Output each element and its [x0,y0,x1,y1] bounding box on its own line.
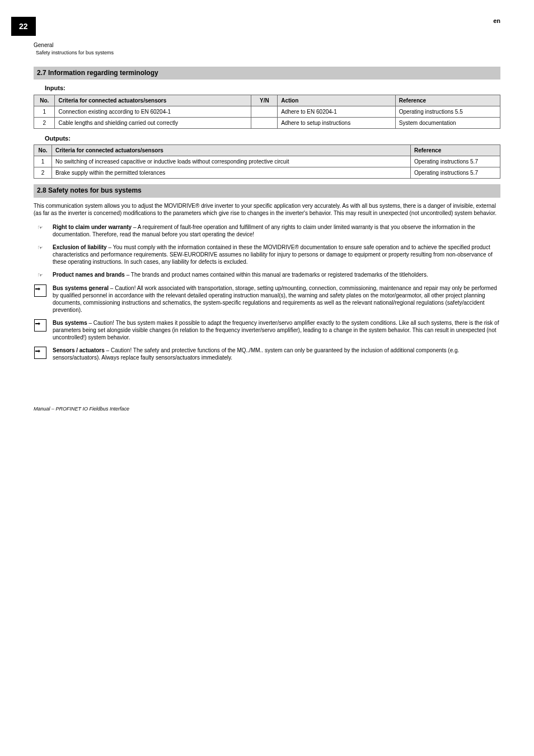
table-row: 2 Cable lengths and shielding carried ou… [34,117,500,128]
cell: Operating instructions 5.5 [395,106,500,117]
section2-intro: This communication system allows you to … [34,202,500,217]
cell: 1 [34,106,55,117]
th-criteria: Criteria for connected actuators/sensors [55,95,251,106]
cell: 2 [34,167,52,179]
hand-icon: ☞ [34,271,47,279]
plug-icon: ⮕ [34,284,47,297]
table-inputs: No. Criteria for connected actuators/sen… [34,95,500,129]
th-num: No. [34,145,52,156]
footer-left: Manual – PROFINET IO Fieldbus Interface [34,406,500,413]
breadcrumb-sub: Safety instructions for bus systems [36,50,114,55]
plug-icon: ⮕ [34,319,47,332]
note-bus-general: ⮕ Bus systems general – Caution! All wor… [34,284,500,314]
note-label: Sensors / actuators [53,347,105,353]
table-row: 1 No switching of increased capacitive o… [34,156,500,167]
cell: 1 [34,156,52,167]
cell: Cable lengths and shielding carried out … [55,117,251,128]
note-sensors: ⮕ Sensors / actuators – Caution! The saf… [34,347,500,361]
hand-icon: ☞ [34,223,47,231]
lang-tag: en [493,17,500,25]
cell: Operating instructions 5.7 [411,167,500,179]
th-ref: Reference [395,95,500,106]
cell: System documentation [395,117,500,128]
table-outputs: No. Criteria for connected actuators/sen… [34,144,500,179]
note-label: Bus systems general [53,285,109,291]
hand-icon: ☞ [34,244,47,251]
cell: 2 [34,117,55,128]
note-bus-systems: ⮕ Bus systems – Caution! The bus system … [34,319,500,341]
th-criteria: Criteria for connected actuators/sensors [52,145,411,156]
breadcrumb-main: General [34,42,54,48]
cell: Adhere to setup instructions [278,117,396,128]
note-body: You must comply with the information con… [53,244,493,265]
th-num: No. [34,95,55,106]
note-liability: ☞ Exclusion of liability – You must comp… [34,244,500,265]
plug-icon: ⮕ [34,347,47,359]
note-body: Caution! All work associated with transp… [53,285,497,313]
sub-inputs: Inputs: [45,84,500,92]
section-title-2: 2.8 Safety notes for bus systems [34,184,500,198]
note-brands: ☞ Product names and brands – The brands … [34,271,500,279]
note-label: Bus systems [53,320,87,326]
note-body: Caution! The bus system makes it possibl… [53,320,499,340]
note-label: Product names and brands [53,272,125,278]
cell: Connection existing according to EN 6020… [55,106,251,117]
table-row: 2 Brake supply within the permitted tole… [34,167,500,179]
cell: No switching of increased capacitive or … [52,156,411,167]
th-yn: Y/N [251,95,278,106]
breadcrumb: General Safety instructions for bus syst… [34,41,500,57]
note-warranty: ☞ Right to claim under warranty – A requ… [34,223,500,238]
sub-outputs: Outputs: [45,134,500,142]
note-label: Exclusion of liability [53,244,107,250]
note-body: Caution! The safety and protective funct… [53,347,459,361]
section-title-1: 2.7 Information regarding terminology [34,67,500,80]
cell [251,117,278,128]
th-ref: Reference [411,145,500,156]
cell: Operating instructions 5.7 [411,156,500,167]
cell: Brake supply within the permitted tolera… [52,167,411,179]
note-body: The brands and product names contained w… [131,272,428,278]
table-row: 1 Connection existing according to EN 60… [34,106,500,117]
cell: Adhere to EN 60204-1 [278,106,396,117]
page-number: 22 [11,17,36,36]
th-action: Action [278,95,396,106]
note-label: Right to claim under warranty [53,224,132,230]
cell [251,106,278,117]
